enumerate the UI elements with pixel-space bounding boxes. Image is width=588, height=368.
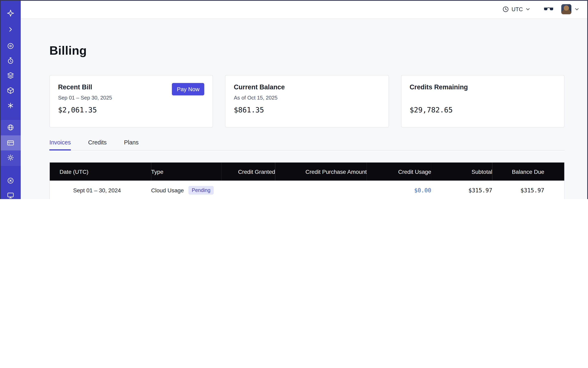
clock-icon <box>502 6 509 13</box>
credit-granted-cell <box>221 181 275 199</box>
column-header-type: Type <box>151 163 221 181</box>
recent-bill-card: Recent Bill Pay Now Sep 01 – Sep 30, 202… <box>49 75 213 128</box>
chevron-down-icon <box>574 6 580 12</box>
current-balance-card: Current Balance As of Oct 15, 2025 $861.… <box>225 75 389 128</box>
sidebar-expand-button[interactable] <box>3 22 18 37</box>
avatar[interactable] <box>561 4 571 14</box>
account-menu[interactable] <box>561 4 580 14</box>
asterisk-icon[interactable] <box>3 98 18 113</box>
page-title: Billing <box>49 44 565 57</box>
timezone-selector[interactable]: UTC <box>502 6 531 13</box>
circle-x-icon[interactable] <box>3 173 18 188</box>
globe-icon[interactable] <box>3 120 18 135</box>
timezone-label: UTC <box>512 6 523 12</box>
layers-icon[interactable] <box>3 68 18 83</box>
card-amount: $861.35 <box>234 106 380 114</box>
billing-page: UTC Billing Rece <box>0 0 588 199</box>
status-badge: Pending <box>188 186 214 195</box>
column-header-credit-usage: Credit Usage <box>367 163 431 181</box>
credit-card-icon[interactable] <box>3 136 18 151</box>
credits-remaining-card: Credits Remaining $29,782.65 <box>401 75 565 128</box>
card-subtitle: As of Oct 15, 2025 <box>234 95 380 101</box>
billing-tabs: Invoices Credits Plans <box>49 139 565 150</box>
column-header-credit-granted: Credit Granted <box>221 163 275 181</box>
summary-cards: Recent Bill Pay Now Sep 01 – Sep 30, 202… <box>49 75 565 128</box>
card-title: Credits Remaining <box>410 83 556 91</box>
invoice-rows: Sept 01 – 30, 2024Cloud UsagePending$0.0… <box>50 181 564 199</box>
chevron-down-icon <box>525 6 531 12</box>
target-icon[interactable] <box>3 38 18 54</box>
column-header-date: Date (UTC) <box>50 163 151 181</box>
logo-star-icon <box>3 6 18 21</box>
topbar: UTC <box>21 0 588 19</box>
glasses-icon[interactable] <box>543 6 554 13</box>
column-header-credit-purchase-amount: Credit Purchase Amount <box>275 163 367 181</box>
table-header-row: Date (UTC) Type Credit Granted Credit Pu… <box>50 163 564 181</box>
invoice-type: Cloud Usage <box>151 187 184 193</box>
credit-usage-cell: $0.00 <box>367 181 431 199</box>
card-subtitle: Sep 01 – Sep 30, 2025 <box>58 95 205 101</box>
tab-invoices[interactable]: Invoices <box>49 139 71 150</box>
card-amount: $29,782.65 <box>410 106 556 114</box>
column-header-subtotal: Subtotal <box>431 163 492 181</box>
invoices-table: Date (UTC) Type Credit Granted Credit Pu… <box>49 162 565 199</box>
card-amount: $2,061.35 <box>58 106 205 114</box>
main-content: Billing Recent Bill Pay Now Sep 01 – Sep… <box>21 19 588 199</box>
package-icon[interactable] <box>3 83 18 98</box>
sidebar <box>0 0 21 199</box>
invoice-date: Sept 01 – 30, 2024 <box>73 187 121 193</box>
monitor-icon[interactable] <box>3 188 18 199</box>
timer-icon[interactable] <box>3 53 18 68</box>
card-subtitle <box>410 95 556 101</box>
pay-now-button[interactable]: Pay Now <box>172 83 205 95</box>
card-title: Current Balance <box>234 83 380 91</box>
invoice-row: Sept 01 – 30, 2024Cloud UsagePending$0.0… <box>50 181 564 199</box>
tab-plans[interactable]: Plans <box>124 139 139 150</box>
credit-purchase-cell <box>275 181 367 199</box>
tab-credits[interactable]: Credits <box>88 139 107 150</box>
subtotal-cell: $315.97 <box>431 181 492 199</box>
settings-gear-icon[interactable] <box>3 150 18 165</box>
column-header-balance-due: Balance Due <box>492 163 564 181</box>
balance-due-cell: $315.97 <box>492 181 564 199</box>
